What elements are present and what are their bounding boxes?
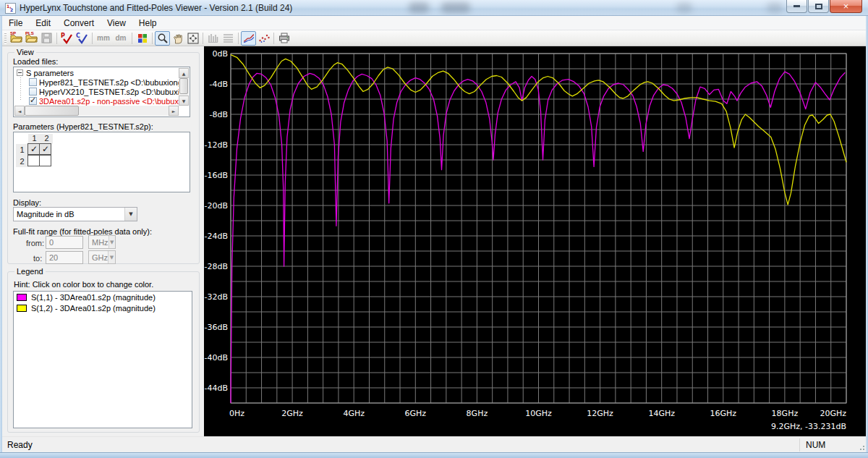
series-color-swatch[interactable] <box>17 305 27 312</box>
line-plot-button[interactable] <box>241 31 256 46</box>
status-bar: Ready NUM <box>2 436 866 452</box>
file-label: Hyper821_TESTNET.s2p <D:\bubuxiongtrai <box>39 78 179 87</box>
file-label: HyperVX210_TESTNET.s2p <D:\bubuxiong <box>39 88 179 96</box>
num-lock-indicator: NUM <box>799 438 856 451</box>
svg-text:2: 2 <box>10 7 13 12</box>
svg-text:10GHz: 10GHz <box>525 409 552 418</box>
to-unit-combobox[interactable]: GHz ▼ <box>88 250 116 264</box>
display-combobox[interactable]: Magnitude in dB ▼ <box>13 207 137 221</box>
pan-tool-button[interactable] <box>170 31 185 46</box>
units-dm-button[interactable]: dm <box>112 31 129 46</box>
svg-text:-8dB: -8dB <box>210 110 229 119</box>
minimize-button[interactable] <box>786 0 807 13</box>
tree-horizontal-scrollbar[interactable]: ◄ ► <box>14 106 179 116</box>
menu-edit[interactable]: Edit <box>29 16 57 30</box>
menu-convert[interactable]: Convert <box>57 16 101 30</box>
glass-reflection <box>767 2 783 13</box>
chevron-down-icon: ▼ <box>109 236 115 248</box>
glass-reflection <box>441 2 470 13</box>
svg-text:12GHz: 12GHz <box>587 409 613 418</box>
menu-file[interactable]: File <box>2 16 29 30</box>
from-unit-combobox[interactable]: MHz ▼ <box>88 235 116 249</box>
title-bar[interactable]: 1, 2 HyperLynx Touchstone and Fitted-Pol… <box>0 0 868 16</box>
svg-text:2GHz: 2GHz <box>281 409 303 418</box>
scroll-thumb[interactable] <box>179 78 188 94</box>
glass-reflection <box>409 2 429 13</box>
horizontal-grid-button[interactable] <box>221 31 236 46</box>
menu-view[interactable]: View <box>101 16 132 30</box>
print-button[interactable] <box>276 31 292 46</box>
scroll-thumb[interactable] <box>25 106 79 116</box>
file-checkbox[interactable] <box>29 97 37 105</box>
save-button[interactable] <box>39 31 54 46</box>
parameters-box: 1 2 1 2 <box>13 132 190 192</box>
tree-vertical-scrollbar[interactable]: ▲ ▼ <box>179 68 189 106</box>
tree-file-row[interactable]: Hyper821_TESTNET.s2p <D:\bubuxiongtrai <box>14 77 179 87</box>
legend-item-label: S(1,1) - 3DArea01.s2p (magnitude) <box>31 293 156 302</box>
menu-help[interactable]: Help <box>132 16 163 30</box>
scroll-right-arrow[interactable]: ► <box>169 106 179 116</box>
param-cell-2-1[interactable] <box>27 155 40 166</box>
vertical-grid-button[interactable] <box>205 31 221 46</box>
pls-tag: PLS <box>25 31 34 36</box>
legend-listbox[interactable]: S(1,1) - 3DArea01.s2p (magnitude) S(1,2)… <box>13 291 192 428</box>
chevron-down-icon: ▼ <box>108 251 115 263</box>
maximize-button[interactable] <box>808 0 829 13</box>
tree-file-row[interactable]: HyperVX210_TESTNET.s2p <D:\bubuxiong <box>14 87 179 96</box>
passivity-check-button[interactable]: P <box>59 31 75 46</box>
svg-text:-24dB: -24dB <box>205 232 229 241</box>
loaded-files-tree[interactable]: S parameters Hyper821_TESTNET.s2p <D:\bu… <box>13 67 190 117</box>
collapse-icon[interactable] <box>17 69 23 76</box>
tree-file-row[interactable]: 3DArea01.s2p - non-passive <D:\bubuxiong <box>14 96 179 106</box>
tree-connector <box>20 75 21 100</box>
from-input[interactable]: 0 <box>46 236 83 249</box>
legend-groupbox-label: Legend <box>14 267 46 276</box>
window-border-bottom <box>0 452 868 458</box>
chart-area[interactable]: 0dB-4dB-8dB-12dB-16dB-20dB-24dB-28dB-32d… <box>204 46 866 436</box>
scroll-left-arrow[interactable]: ◄ <box>14 106 25 116</box>
svg-text:-28dB: -28dB <box>205 262 229 271</box>
scroll-down-arrow[interactable]: ▼ <box>179 96 189 106</box>
svg-text:C: C <box>76 33 80 39</box>
to-label: to: <box>33 254 42 263</box>
tree-root-row[interactable]: S parameters <box>14 68 179 77</box>
fit-view-button[interactable] <box>185 31 200 46</box>
svg-text:6GHz: 6GHz <box>405 409 427 418</box>
window-title: HyperLynx Touchstone and Fitted-Poles Vi… <box>20 3 292 13</box>
to-input[interactable]: 20 <box>46 251 83 264</box>
open-fitted-poles-button[interactable]: PLS <box>24 31 39 46</box>
param-col-header: 1 <box>28 134 41 144</box>
fullfit-range-label: Full-fit range (for fitted-poles data on… <box>13 227 152 236</box>
units-mm-button[interactable]: mm <box>95 31 112 46</box>
param-cell-2-2[interactable] <box>39 155 51 166</box>
series-color-swatch[interactable] <box>17 294 27 301</box>
view-groupbox-label: View <box>14 48 36 56</box>
point-plot-button[interactable] <box>256 31 271 46</box>
app-icon: 1, 2 <box>5 3 16 14</box>
cursor-readout: 9.2GHz, -33.231dB <box>771 422 846 431</box>
open-sparameters-button[interactable]: SP <box>9 31 24 46</box>
legend-item[interactable]: S(1,2) - 3DArea01.s2p (magnitude) <box>14 302 192 313</box>
svg-text:0Hz: 0Hz <box>229 409 244 418</box>
zoom-tool-button[interactable] <box>155 31 170 46</box>
close-button[interactable]: × <box>830 0 862 13</box>
passivity-check-icon: P <box>61 33 73 44</box>
svg-text:-32dB: -32dB <box>205 292 229 302</box>
scroll-up-arrow[interactable]: ▲ <box>179 68 189 78</box>
chevron-down-icon: ▼ <box>124 208 137 221</box>
file-checkbox[interactable] <box>29 88 37 96</box>
svg-text:-40dB: -40dB <box>205 353 229 362</box>
resize-grip[interactable] <box>856 438 866 451</box>
parameters-grid: 1 2 1 2 <box>16 134 53 167</box>
svg-text:-20dB: -20dB <box>205 201 229 211</box>
sparameter-plot[interactable]: 0dB-4dB-8dB-12dB-16dB-20dB-24dB-28dB-32d… <box>204 46 866 436</box>
color-palette-button[interactable] <box>135 31 150 46</box>
legend-item[interactable]: S(1,1) - 3DArea01.s2p (magnitude) <box>14 292 192 302</box>
file-checkbox[interactable] <box>29 78 37 86</box>
svg-text:-12dB: -12dB <box>205 140 229 150</box>
causality-check-button[interactable]: C <box>75 31 90 46</box>
param-cell-1-2[interactable] <box>39 143 51 155</box>
display-label: Display: <box>13 198 41 207</box>
param-cell-1-1[interactable] <box>27 143 40 155</box>
svg-text:18GHz: 18GHz <box>772 409 799 418</box>
